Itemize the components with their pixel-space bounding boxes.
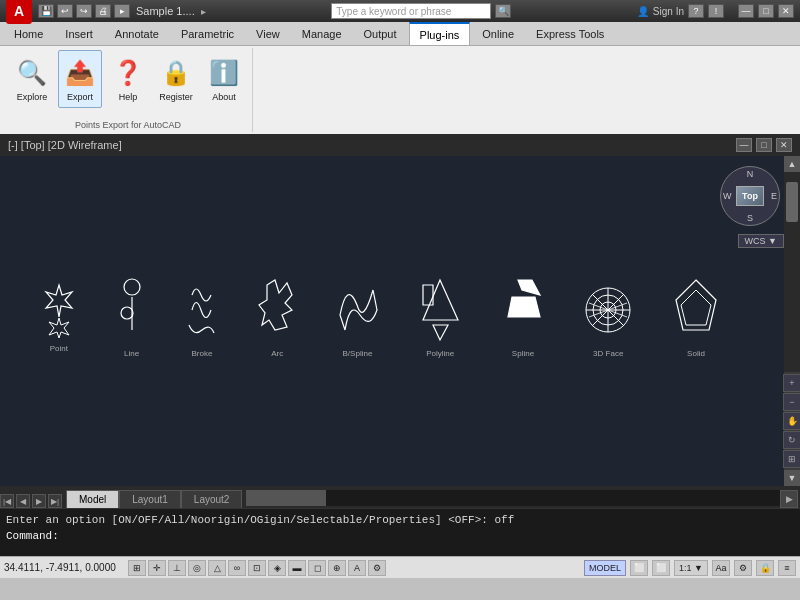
menutab-output[interactable]: Output <box>354 22 407 45</box>
layout-next-btn[interactable]: ▶ <box>32 494 46 508</box>
sel-btn[interactable]: ⊕ <box>328 560 346 576</box>
vp-icon2[interactable]: ⬜ <box>652 560 670 576</box>
zoom-out-btn[interactable]: − <box>783 393 800 411</box>
layout-tab-model[interactable]: Model <box>66 490 119 508</box>
drawing-area: Point Line Broke Arc <box>0 176 760 456</box>
view-cube-center[interactable]: Top <box>736 186 764 206</box>
command-prompt[interactable]: Command: <box>6 528 794 544</box>
quick-access-btn2[interactable]: ↩ <box>57 4 73 18</box>
vertical-scrollbar[interactable]: ▲ + − ✋ ↻ ⊞ ▼ <box>784 156 800 486</box>
viewcube[interactable]: N S E W Top <box>720 166 784 230</box>
layout-tab-layout2[interactable]: Layout2 <box>181 490 243 508</box>
pan-btn[interactable]: ✋ <box>783 412 800 430</box>
toolbar-btn-explore[interactable]: 🔍Explore <box>10 50 54 108</box>
menutab-home[interactable]: Home <box>4 22 53 45</box>
quick-access-btn[interactable]: 💾 <box>38 4 54 18</box>
toolbar-btn-icon-about: ℹ️ <box>208 57 240 89</box>
model-space-btn[interactable]: MODEL <box>584 560 626 576</box>
menutab-parametric[interactable]: Parametric <box>171 22 244 45</box>
h-scroll-area[interactable] <box>246 490 780 506</box>
viewport-controls: — □ ✕ <box>736 138 792 152</box>
scroll-thumb[interactable] <box>786 182 798 222</box>
minimize-btn[interactable]: — <box>738 4 754 18</box>
search-icon-btn[interactable]: 🔍 <box>495 4 511 18</box>
toolbar-btn-help[interactable]: ❓Help <box>106 50 150 108</box>
info-btn[interactable]: ! <box>708 4 724 18</box>
toolbar-btn-icon-export: 📤 <box>64 57 96 89</box>
extents-btn[interactable]: ⊞ <box>783 450 800 468</box>
h-scroll-right[interactable]: ▶ <box>780 490 798 508</box>
restore-vp-btn[interactable]: □ <box>756 138 772 152</box>
otrack-btn[interactable]: ∞ <box>228 560 246 576</box>
user-icon: 👤 <box>637 6 649 17</box>
title-bar-center: Type a keyword or phrase 🔍 <box>331 3 511 19</box>
ortho-btn[interactable]: ⊥ <box>168 560 186 576</box>
menutab-insert[interactable]: Insert <box>55 22 103 45</box>
scroll-up-btn[interactable]: ▲ <box>784 156 800 172</box>
ducs-btn[interactable]: ⊡ <box>248 560 266 576</box>
menutab-annotate[interactable]: Annotate <box>105 22 169 45</box>
toolbar-btn-export[interactable]: 📤Export <box>58 50 102 108</box>
status-icons: ⊞ ✛ ⊥ ◎ △ ∞ ⊡ ◈ ▬ ◻ ⊕ A ⚙ <box>128 560 386 576</box>
toolbar-btn-about[interactable]: ℹ️About <box>202 50 246 108</box>
menutab-plug-ins[interactable]: Plug-ins <box>409 22 471 45</box>
keyword-search-box[interactable]: Type a keyword or phrase <box>331 3 491 19</box>
transp-btn[interactable]: ◻ <box>308 560 326 576</box>
menutab-express-tools[interactable]: Express Tools <box>526 22 614 45</box>
annoscale-icon[interactable]: Aa <box>712 560 730 576</box>
menutab-online[interactable]: Online <box>472 22 524 45</box>
shape-solid: Solid <box>671 275 721 358</box>
annot-btn[interactable]: A <box>348 560 366 576</box>
shape-polyline: Polyline <box>418 275 463 358</box>
zoom-in-btn[interactable]: + <box>783 374 800 392</box>
layout-nav: |◀ ◀ ▶ ▶| <box>0 494 66 508</box>
maximize-btn[interactable]: □ <box>758 4 774 18</box>
shape-label-point: Point <box>50 344 68 353</box>
status-bar: 34.4111, -7.4911, 0.0000 ⊞ ✛ ⊥ ◎ △ ∞ ⊡ ◈… <box>0 556 800 578</box>
vp-icon[interactable]: ⬜ <box>630 560 648 576</box>
lw-btn[interactable]: ▬ <box>288 560 306 576</box>
wcs-badge[interactable]: WCS ▼ <box>738 234 784 248</box>
layout-prev-btn[interactable]: ◀ <box>16 494 30 508</box>
scale-btn[interactable]: 1:1 ▼ <box>674 560 708 576</box>
quick-access-btn3[interactable]: ↪ <box>76 4 92 18</box>
sign-in-link[interactable]: Sign In <box>653 6 684 17</box>
shape-arc: Arc <box>257 275 297 358</box>
snap-btn[interactable]: ✛ <box>148 560 166 576</box>
layout-last-btn[interactable]: ▶| <box>48 494 62 508</box>
osnap-btn[interactable]: △ <box>208 560 226 576</box>
layout-tab-layout1[interactable]: Layout1 <box>119 490 181 508</box>
viewport[interactable]: Point Line Broke Arc <box>0 156 800 486</box>
close-vp-btn[interactable]: ✕ <box>776 138 792 152</box>
dyn-btn[interactable]: ◈ <box>268 560 286 576</box>
compass-ring: N S E W Top <box>720 166 780 226</box>
scroll-track[interactable] <box>784 172 800 372</box>
svg-marker-20 <box>681 290 711 325</box>
svg-marker-1 <box>49 318 69 338</box>
shape-label-polyline: Polyline <box>426 349 454 358</box>
close-btn[interactable]: ✕ <box>778 4 794 18</box>
expand-btn[interactable]: ▸ <box>114 4 130 18</box>
lock-icon[interactable]: 🔒 <box>756 560 774 576</box>
minimize-vp-btn[interactable]: — <box>736 138 752 152</box>
orbit-btn[interactable]: ↻ <box>783 431 800 449</box>
shape-label-solid: Solid <box>687 349 705 358</box>
h-scroll-thumb[interactable] <box>246 490 326 506</box>
quick-access-btn4[interactable]: 🖨 <box>95 4 111 18</box>
ws-icon[interactable]: ⚙ <box>734 560 752 576</box>
scroll-down-btn[interactable]: ▼ <box>784 470 800 486</box>
help-btn[interactable]: ? <box>688 4 704 18</box>
compass-w: W <box>723 191 732 201</box>
grid-snap-btn[interactable]: ⊞ <box>128 560 146 576</box>
toolbar-buttons: 🔍Explore📤Export❓Help🔒Registerℹ️About <box>10 50 246 108</box>
menutab-view[interactable]: View <box>246 22 290 45</box>
ws-btn[interactable]: ⚙ <box>368 560 386 576</box>
toolbar-btn-label-about: About <box>212 92 236 102</box>
menutab-manage[interactable]: Manage <box>292 22 352 45</box>
svg-marker-8 <box>518 280 540 295</box>
toolbar-btn-register[interactable]: 🔒Register <box>154 50 198 108</box>
shape-break: Broke <box>184 275 219 358</box>
polar-btn[interactable]: ◎ <box>188 560 206 576</box>
layout-first-btn[interactable]: |◀ <box>0 494 14 508</box>
menu-icon[interactable]: ≡ <box>778 560 796 576</box>
